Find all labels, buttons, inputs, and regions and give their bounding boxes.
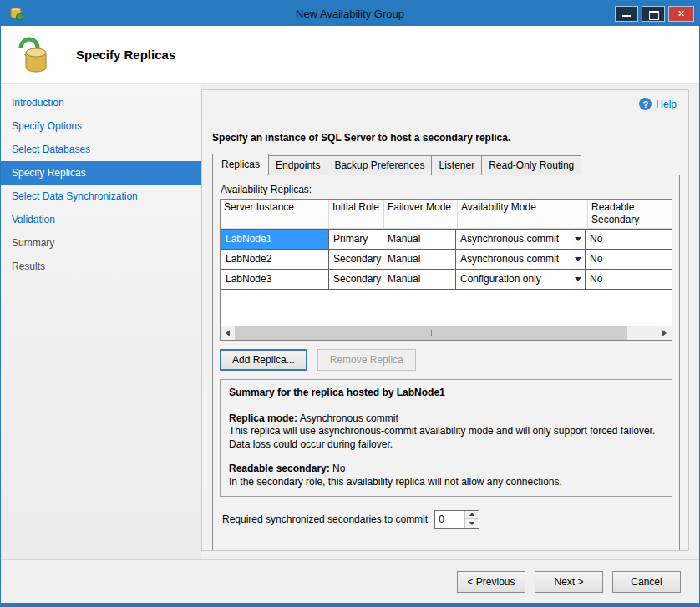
sidebar-item-validation[interactable]: Validation — [1, 208, 201, 231]
tab-listener[interactable]: Listener — [431, 155, 482, 175]
cell-readable-secondary[interactable]: No — [585, 269, 672, 290]
main-panel: Help Specify an instance of SQL Server t… — [201, 89, 689, 551]
sidebar-item-results: Results — [1, 255, 201, 278]
wizard-footer: < Previous Next > Cancel — [1, 559, 699, 603]
cell-server-instance[interactable]: LabNode1 — [221, 229, 329, 250]
tab-read-only-routing[interactable]: Read-Only Routing — [481, 155, 581, 175]
table-row: LabNode3 Secondary Manual Configuration … — [221, 269, 672, 290]
availability-replicas-label: Availability Replicas: — [221, 184, 672, 195]
app-icon — [8, 6, 23, 21]
column-header-failover-mode: Failover Mode — [384, 200, 458, 229]
cancel-button[interactable]: Cancel — [612, 571, 681, 593]
page-title: Specify Replicas — [76, 48, 175, 62]
replica-mode-label: Replica mode: — [229, 412, 297, 424]
minimize-button[interactable] — [615, 6, 638, 22]
column-header-server-instance: Server Instance — [221, 200, 329, 229]
availability-mode-dropdown[interactable]: Asynchronous commit — [455, 229, 586, 250]
chevron-down-icon[interactable] — [571, 230, 585, 249]
required-secondaries-input[interactable] — [435, 511, 464, 528]
replica-buttons-row: Add Replica... Remove Replica — [220, 349, 672, 371]
scroll-right-button[interactable] — [657, 326, 672, 340]
tab-strip: Replicas Endpoints Backup Preferences Li… — [212, 154, 688, 175]
cell-initial-role[interactable]: Primary — [328, 229, 383, 250]
spinner-buttons — [464, 511, 478, 528]
tab-endpoints[interactable]: Endpoints — [268, 155, 327, 175]
close-button[interactable] — [668, 6, 694, 22]
replicas-grid: Server Instance Initial Role Failover Mo… — [220, 199, 672, 341]
availability-mode-value: Configuration only — [456, 270, 571, 289]
scroll-thumb[interactable] — [235, 326, 627, 340]
next-button[interactable]: Next > — [535, 571, 603, 593]
replica-summary-box: Summary for the replica hosted by LabNod… — [220, 379, 672, 497]
required-secondaries-row: Required synchronized secondaries to com… — [222, 510, 672, 529]
cell-server-instance[interactable]: LabNode2 — [221, 249, 329, 270]
sidebar-item-specify-replicas[interactable]: Specify Replicas — [1, 161, 201, 185]
cell-readable-secondary[interactable]: No — [585, 229, 672, 250]
cell-failover-mode[interactable]: Manual — [383, 269, 456, 290]
wizard-header: Specify Replicas — [1, 26, 699, 84]
wizard-body: Introduction Specify Options Select Data… — [1, 84, 699, 559]
scroll-track[interactable] — [627, 326, 657, 340]
column-header-initial-role: Initial Role — [329, 200, 384, 229]
tab-replicas[interactable]: Replicas — [212, 154, 269, 175]
add-replica-button[interactable]: Add Replica... — [220, 349, 307, 371]
availability-mode-value: Asynchronous commit — [456, 230, 571, 249]
previous-button[interactable]: < Previous — [457, 571, 525, 593]
sidebar-item-select-data-synchronization[interactable]: Select Data Synchronization — [1, 185, 201, 208]
remove-replica-button[interactable]: Remove Replica — [317, 349, 416, 371]
table-row: LabNode2 Secondary Manual Asynchronous c… — [221, 249, 672, 270]
summary-title: Summary for the replica hosted by LabNod… — [229, 387, 663, 400]
instruction-text: Specify an instance of SQL Server to hos… — [212, 132, 677, 144]
spinner-up-button[interactable] — [465, 511, 478, 520]
cell-server-instance[interactable]: LabNode3 — [221, 269, 329, 290]
grid-header-row: Server Instance Initial Role Failover Mo… — [221, 200, 672, 229]
readable-secondary-description: In the secondary role, this availability… — [229, 476, 663, 489]
required-secondaries-spinner — [434, 510, 479, 529]
availability-mode-value: Asynchronous commit — [456, 250, 571, 269]
dialog-window: New Availability Group Specify Replicas … — [0, 0, 700, 607]
cell-initial-role[interactable]: Secondary — [328, 269, 383, 290]
tab-backup-preferences[interactable]: Backup Preferences — [327, 155, 432, 175]
sidebar-item-summary: Summary — [1, 231, 201, 255]
spinner-down-button[interactable] — [465, 519, 478, 528]
required-secondaries-label: Required synchronized secondaries to com… — [222, 513, 428, 525]
help-link[interactable]: Help — [639, 98, 677, 110]
horizontal-scrollbar[interactable] — [221, 326, 672, 340]
replica-mode-line: Replica mode: Asynchronous commit — [229, 412, 663, 426]
cell-failover-mode[interactable]: Manual — [383, 229, 456, 250]
cell-failover-mode[interactable]: Manual — [383, 249, 456, 270]
sidebar-item-select-databases[interactable]: Select Databases — [1, 138, 201, 161]
maximize-button[interactable] — [642, 6, 665, 22]
window-controls — [615, 6, 694, 22]
availability-mode-dropdown[interactable]: Asynchronous commit — [455, 249, 586, 270]
chevron-down-icon[interactable] — [571, 250, 585, 269]
grid-empty-area — [221, 290, 672, 326]
replicas-tab-page: Availability Replicas: Server Instance I… — [212, 175, 680, 551]
sidebar-item-introduction[interactable]: Introduction — [1, 91, 201, 114]
availability-mode-dropdown[interactable]: Configuration only — [455, 269, 586, 290]
cell-readable-secondary[interactable]: No — [585, 249, 672, 270]
wizard-steps-sidebar: Introduction Specify Options Select Data… — [1, 84, 201, 559]
column-header-availability-mode: Availability Mode — [458, 200, 588, 229]
help-icon — [639, 98, 652, 110]
window-title: New Availability Group — [1, 8, 699, 20]
title-bar: New Availability Group — [1, 1, 699, 26]
sidebar-item-specify-options[interactable]: Specify Options — [1, 114, 201, 138]
replica-database-icon — [14, 34, 53, 76]
replica-mode-description: This replica will use asynchronous-commi… — [229, 425, 663, 451]
readable-secondary-value: No — [332, 463, 345, 474]
readable-secondary-label: Readable secondary: — [229, 463, 330, 474]
replica-mode-value: Asynchronous commit — [300, 412, 398, 424]
column-header-readable-secondary: Readable Secondary — [588, 200, 672, 229]
chevron-down-icon[interactable] — [571, 270, 585, 289]
readable-secondary-line: Readable secondary: No — [229, 463, 663, 476]
table-row: LabNode1 Primary Manual Asynchronous com… — [221, 229, 672, 250]
scroll-left-button[interactable] — [221, 326, 235, 340]
cell-initial-role[interactable]: Secondary — [328, 249, 383, 270]
